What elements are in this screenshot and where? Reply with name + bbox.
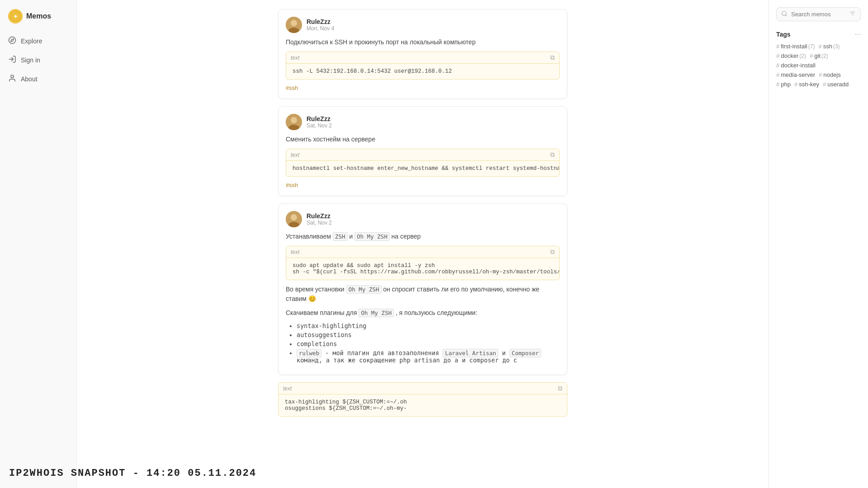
avatar-2 bbox=[286, 114, 302, 130]
inline-code-ohmyzsh2: Oh My ZSH bbox=[346, 285, 382, 294]
svg-point-13 bbox=[291, 214, 297, 221]
memo-card-3: RuleZzz Sat, Nov 2 Устанавливаем ZSH и O… bbox=[278, 203, 567, 375]
inline-code-composer: Composer bbox=[509, 349, 541, 357]
about-icon bbox=[8, 74, 16, 84]
tag-item-media-server[interactable]: #media-server bbox=[776, 71, 815, 78]
memo-tags-2: #ssh bbox=[286, 181, 560, 188]
avatar-3 bbox=[286, 211, 302, 227]
memo-text-1: Подключиться к SSH и прокинуть порт на л… bbox=[286, 38, 560, 47]
sidebar-item-explore[interactable]: Explore bbox=[4, 33, 73, 50]
avatar-1 bbox=[286, 17, 302, 33]
code-block-header-3: text ⧉ bbox=[286, 246, 559, 258]
tag-item-docker[interactable]: #docker(2) bbox=[776, 52, 806, 59]
code-content-bottom: tax-highlighting ${ZSH_CUSTOM:=~/.oh osu… bbox=[278, 394, 567, 416]
logo-icon: ✦ bbox=[8, 9, 23, 23]
explore-icon bbox=[8, 36, 16, 46]
copy-button-3[interactable]: ⧉ bbox=[550, 248, 555, 256]
plugin-item-4: rulweb - мой плагин для автозаполнения L… bbox=[297, 349, 560, 364]
tag-item-useradd[interactable]: #useradd bbox=[823, 81, 849, 88]
memo-username-3: RuleZzz bbox=[307, 212, 332, 220]
app-logo: ✦ Memos bbox=[4, 5, 73, 27]
inline-code-laravel: Laravel Artisan bbox=[443, 349, 498, 357]
memo-header-2: RuleZzz Sat, Nov 2 bbox=[286, 114, 560, 130]
inline-code-zsh: ZSH bbox=[333, 232, 348, 241]
svg-marker-3 bbox=[11, 39, 14, 42]
memo-text-2: Сменить хостнейм на сервере bbox=[286, 135, 560, 144]
tag-item-git[interactable]: #git(2) bbox=[810, 52, 828, 59]
memo-tags-1: #ssh bbox=[286, 84, 560, 91]
tags-row-1: #first-install(7) #ssh(3) bbox=[776, 43, 861, 50]
code-content-1: ssh -L 5432:192.168.0.14:5432 user@192.1… bbox=[286, 64, 559, 79]
code-label-2: text bbox=[291, 152, 299, 158]
tag-ssh-1[interactable]: #ssh bbox=[286, 84, 298, 91]
svg-text:✦: ✦ bbox=[13, 13, 18, 20]
tag-item-ssh-key[interactable]: #ssh-key bbox=[794, 81, 819, 88]
svg-point-10 bbox=[291, 117, 297, 123]
memo-user-info-2: RuleZzz Sat, Nov 2 bbox=[307, 115, 332, 129]
code-block-bottom-header: text ⧉ bbox=[278, 383, 567, 394]
sidebar-item-about[interactable]: About bbox=[4, 70, 73, 88]
search-bar[interactable] bbox=[776, 7, 861, 21]
svg-point-2 bbox=[9, 37, 16, 44]
tag-item-ssh[interactable]: #ssh(3) bbox=[818, 43, 840, 50]
tag-ssh-2[interactable]: #ssh bbox=[286, 182, 298, 188]
memo-header-1: RuleZzz Mon, Nov 4 bbox=[286, 17, 560, 33]
memo-text-3: Устанавливаем ZSH и Oh My ZSH на сервер bbox=[286, 232, 560, 241]
svg-point-7 bbox=[291, 20, 297, 26]
inline-code-rulweb: rulweb bbox=[297, 349, 321, 357]
memo-user-info-3: RuleZzz Sat, Nov 2 bbox=[307, 212, 332, 226]
right-panel: Tags ··· #first-install(7) #ssh(3) #dock… bbox=[769, 0, 868, 488]
app-name: Memos bbox=[26, 12, 51, 20]
filter-icon[interactable] bbox=[849, 10, 856, 18]
plugin-item-2: autosuggestions bbox=[297, 331, 560, 338]
memo-card-1: RuleZzz Mon, Nov 4 Подключиться к SSH и … bbox=[278, 9, 567, 99]
code-block-header-2: text ⧉ bbox=[286, 149, 559, 161]
code-label-1: text bbox=[291, 55, 299, 61]
copy-button-1[interactable]: ⧉ bbox=[550, 54, 555, 61]
code-content-2: hostnamectl set-hostname enter_new_hostn… bbox=[286, 161, 559, 176]
tags-row-2: #docker(2) #git(2) bbox=[776, 52, 861, 59]
memo-date-2: Sat, Nov 2 bbox=[307, 122, 332, 129]
main-content: RuleZzz Mon, Nov 4 Подключиться к SSH и … bbox=[77, 0, 769, 488]
tags-row-3: #docker-install bbox=[776, 62, 861, 69]
tags-grid: #first-install(7) #ssh(3) #docker(2) #gi… bbox=[776, 43, 861, 88]
code-block-bottom: text ⧉ tax-highlighting ${ZSH_CUSTOM:=~/… bbox=[278, 382, 567, 417]
tag-item-first-install[interactable]: #first-install(7) bbox=[776, 43, 815, 50]
tag-item-docker-install[interactable]: #docker-install bbox=[776, 62, 816, 69]
svg-line-16 bbox=[786, 15, 787, 16]
code-content-3: sudo apt update && sudo apt install -y z… bbox=[286, 258, 559, 280]
memo-extra-text-3: Во время установки Oh My ZSH он спросит … bbox=[286, 285, 560, 304]
inline-code-ohmyzsh: Oh My ZSH bbox=[354, 232, 390, 241]
plugin-item-3: completions bbox=[297, 340, 560, 347]
sidebar: ✦ Memos Explore Sign in About bbox=[0, 0, 77, 488]
tag-item-php[interactable]: #php bbox=[776, 81, 791, 88]
plugin-item-1: syntax-highlighting bbox=[297, 322, 560, 329]
tags-header: Tags ··· bbox=[776, 30, 861, 38]
sidebar-item-explore-label: Explore bbox=[21, 38, 42, 45]
tags-title: Tags bbox=[776, 31, 791, 38]
sidebar-item-signin[interactable]: Sign in bbox=[4, 52, 73, 69]
copy-button-2[interactable]: ⧉ bbox=[550, 151, 555, 159]
tags-more-button[interactable]: ··· bbox=[855, 30, 861, 38]
code-block-2: text ⧉ hostnamectl set-hostname enter_ne… bbox=[286, 149, 560, 177]
tags-section: Tags ··· #first-install(7) #ssh(3) #dock… bbox=[776, 30, 861, 88]
memos-list: RuleZzz Mon, Nov 4 Подключиться к SSH и … bbox=[264, 0, 581, 488]
code-block-header-1: text ⧉ bbox=[286, 52, 559, 64]
memo-header-3: RuleZzz Sat, Nov 2 bbox=[286, 211, 560, 227]
code-label-bottom: text bbox=[283, 385, 292, 392]
memo-username-2: RuleZzz bbox=[307, 115, 332, 122]
signin-icon bbox=[8, 55, 16, 65]
tag-item-nodejs[interactable]: #nodejs bbox=[819, 71, 841, 78]
code-block-1: text ⧉ ssh -L 5432:192.168.0.14:5432 use… bbox=[286, 52, 560, 80]
watermark: IP2WHOIS SNAPSHOT - 14:20 05.11.2024 bbox=[9, 468, 256, 479]
memo-date-3: Sat, Nov 2 bbox=[307, 220, 332, 226]
memo-card-2: RuleZzz Sat, Nov 2 Сменить хостнейм на с… bbox=[278, 106, 567, 196]
copy-button-bottom[interactable]: ⧉ bbox=[558, 385, 562, 392]
tags-row-4: #media-server #nodejs bbox=[776, 71, 861, 78]
code-block-3: text ⧉ sudo apt update && sudo apt insta… bbox=[286, 246, 560, 280]
code-label-3: text bbox=[291, 249, 299, 255]
memo-date-1: Mon, Nov 4 bbox=[307, 25, 334, 32]
search-input[interactable] bbox=[791, 11, 846, 18]
memo-user-info-1: RuleZzz Mon, Nov 4 bbox=[307, 18, 334, 32]
sidebar-item-about-label: About bbox=[21, 75, 38, 83]
